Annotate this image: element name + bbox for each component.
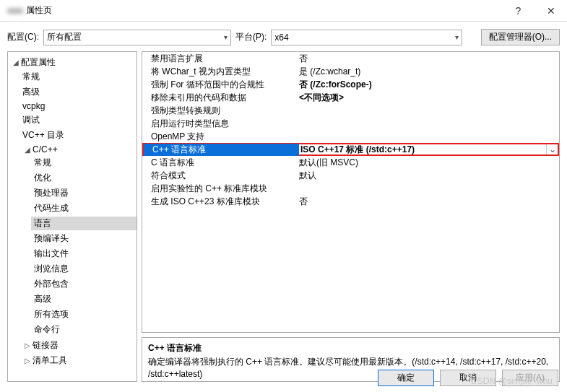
ok-button[interactable]: 确定 [378,370,434,386]
property-name: OpenMP 支持 [142,131,298,143]
config-row: 配置(C): 所有配置 ▾ 平台(P): x64 ▾ 配置管理器(O)... [0,22,567,51]
tree-item[interactable]: 调试 [20,113,137,128]
property-row[interactable]: 将 WChar_t 视为内置类型是 (/Zc:wchar_t) [142,65,559,78]
property-value[interactable]: 否 [298,196,559,208]
chevron-down-icon: ▾ [455,33,459,41]
close-button[interactable]: ✕ [534,0,567,22]
config-label: 配置(C): [7,31,39,43]
tree-label: 常规 [22,71,40,83]
tree-item[interactable]: 输出文件 [31,246,137,261]
property-value[interactable]: <不同选项> [298,92,559,104]
property-value[interactable]: 是 (/Zc:wchar_t) [298,66,559,78]
property-row[interactable]: C 语言标准默认(旧 MSVC) [142,156,559,169]
tree-cc[interactable]: ◢C/C++ 常规 优化 预处理器 代码生成 语言 预编译头 输出文件 浏览信息… [20,143,137,338]
tree-item[interactable]: 预编译头 [31,231,137,246]
tree-item[interactable]: 常规 [20,69,137,84]
tree-item[interactable]: 命令行 [31,322,137,337]
tree-item[interactable]: 外部包含 [31,276,137,292]
property-value[interactable]: 否 (/Zc:forScope-) [298,79,559,91]
tree-item[interactable]: 预处理器 [31,186,137,201]
property-name: 禁用语言扩展 [142,53,298,65]
property-name: 启用实验性的 C++ 标准库模块 [142,183,298,195]
property-row[interactable]: 符合模式默认 [142,169,559,182]
property-name: 启用运行时类型信息 [142,118,298,130]
dialog-buttons: 确定 取消 应用(A) [378,370,558,386]
titlebar: ■■■ 属性页 ? ✕ [0,0,567,22]
tree-item[interactable]: 浏览信息 [31,261,137,276]
platform-value: x64 [274,32,452,43]
tree-label: 所有选项 [34,308,69,321]
property-name: 将 WChar_t 视为内置类型 [142,66,298,78]
description-title: C++ 语言标准 [148,342,553,354]
config-value: 所有配置 [47,31,221,43]
tree-item-selected[interactable]: 语言 [31,216,137,231]
tree-label: 命令行 [34,323,60,336]
tree-label: VC++ 目录 [22,129,64,141]
collapse-icon[interactable]: ◢ [11,58,21,66]
property-row[interactable]: 启用实验性的 C++ 标准库模块 [142,182,559,195]
tree-label: 调试 [22,114,40,126]
window-title: 属性页 [26,4,52,17]
collapse-icon[interactable]: ◢ [22,146,33,154]
property-row[interactable]: C++ 语言标准ISO C++17 标准 (/std:c++17)⌄ [142,143,559,156]
tree-label: 高级 [34,293,51,305]
expand-icon[interactable]: ▷ [22,357,33,365]
tree-label: 配置属性 [21,56,56,69]
property-row[interactable]: 禁用语言扩展否 [142,52,559,65]
tree-label: 预处理器 [34,187,69,199]
property-row[interactable]: 启用运行时类型信息 [142,117,559,130]
property-value[interactable]: ISO C++17 标准 (/std:c++17) [299,144,546,156]
tree-label: 预编译头 [34,232,69,245]
property-value[interactable]: 默认(旧 MSVC) [298,157,559,169]
property-name: 强制 For 循环范围中的合规性 [142,79,298,91]
tree-label: 链接器 [33,339,59,352]
apply-button[interactable]: 应用(A) [502,370,558,386]
tree-item[interactable]: 优化 [31,170,137,186]
tree-item[interactable]: VC++ 目录 [20,128,137,143]
help-button[interactable]: ? [502,0,534,22]
tree-linker[interactable]: ▷链接器 [20,338,137,353]
config-manager-button[interactable]: 配置管理器(O)... [481,29,560,45]
expand-icon[interactable]: ▷ [22,341,33,349]
tree-label: 代码生成 [34,202,69,214]
tree-label: 高级 [22,86,40,98]
tree-manifest[interactable]: ▷清单工具 [20,353,137,368]
property-name: 生成 ISO C++23 标准库模块 [142,196,298,208]
property-name: 移除未引用的代码和数据 [142,92,298,104]
tree-label: 浏览信息 [34,263,69,275]
title-prefix-blur: ■■■ [7,6,23,16]
tree-item[interactable]: 常规 [31,155,137,170]
tree-panel[interactable]: ◢配置属性 常规 高级 vcpkg 调试 VC++ 目录 ◢C/C++ 常规 优… [7,51,137,382]
property-grid[interactable]: 禁用语言扩展否将 WChar_t 视为内置类型是 (/Zc:wchar_t)强制… [142,51,560,333]
property-name: 强制类型转换规则 [142,105,298,117]
property-name: C++ 语言标准 [144,144,299,156]
platform-combo[interactable]: x64 ▾ [271,30,462,45]
platform-label: 平台(P): [235,31,267,43]
cancel-button[interactable]: 取消 [440,370,496,386]
tree-item[interactable]: vcpkg [20,100,137,113]
property-value[interactable]: 默认 [298,170,559,182]
tree-label: 输出文件 [34,248,69,260]
property-row[interactable]: 生成 ISO C++23 标准库模块否 [142,195,559,208]
property-row[interactable]: 强制类型转换规则 [142,104,559,117]
property-row[interactable]: 强制 For 循环范围中的合规性否 (/Zc:forScope-) [142,78,559,91]
tree-item[interactable]: 高级 [31,292,137,307]
tree-label: 优化 [34,172,51,184]
tree-label: 语言 [34,217,51,230]
tree-item[interactable]: 代码生成 [31,201,137,216]
property-value[interactable]: 否 [298,53,559,65]
tree-item[interactable]: 高级 [20,84,137,100]
tree-item[interactable]: 所有选项 [31,307,137,322]
property-name: 符合模式 [142,170,298,182]
chevron-down-icon[interactable]: ⌄ [546,144,558,154]
tree-label: 外部包含 [34,278,69,290]
tree-label: vcpkg [22,101,45,111]
tree-label: 清单工具 [33,354,67,367]
property-row[interactable]: 移除未引用的代码和数据<不同选项> [142,91,559,104]
tree-label: C/C++ [33,144,58,154]
chevron-down-icon: ▾ [224,33,228,41]
tree-root[interactable]: ◢配置属性 常规 高级 vcpkg 调试 VC++ 目录 ◢C/C++ 常规 优… [8,55,137,369]
config-combo[interactable]: 所有配置 ▾ [43,30,231,45]
tree-label: 常规 [34,157,51,169]
property-row[interactable]: OpenMP 支持 [142,130,559,143]
